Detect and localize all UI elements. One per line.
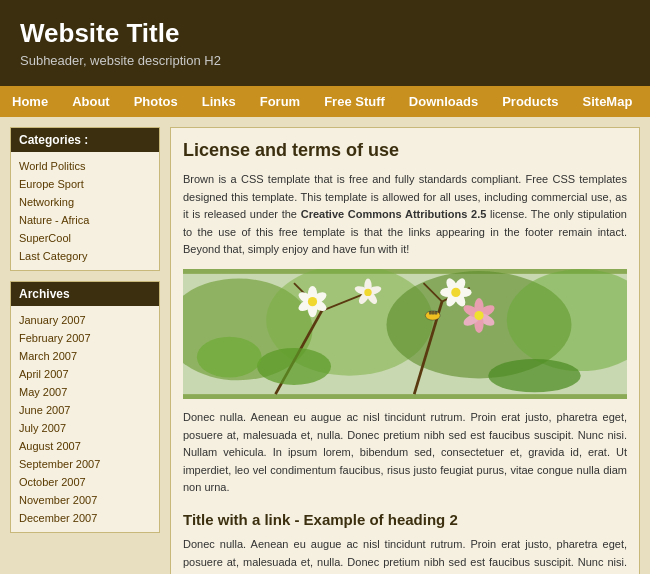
archive-link[interactable]: January 2007 [19, 314, 86, 326]
list-item: November 2007 [19, 491, 151, 509]
list-item: May 2007 [19, 383, 151, 401]
svg-point-47 [488, 359, 581, 392]
sidebar: Categories : World Politics Europe Sport… [10, 127, 160, 574]
nav-forum[interactable]: Forum [248, 86, 312, 117]
archive-link[interactable]: October 2007 [19, 476, 86, 488]
svg-point-17 [308, 297, 317, 306]
archive-link[interactable]: May 2007 [19, 386, 67, 398]
article1-body1: Brown is a CSS template that is free and… [183, 171, 627, 259]
list-item: Networking [19, 193, 151, 211]
list-item: Europe Sport [19, 175, 151, 193]
list-item: SuperCool [19, 229, 151, 247]
nav-products[interactable]: Products [490, 86, 570, 117]
svg-point-48 [197, 337, 262, 378]
archives-box: Archives January 2007 February 2007 Marc… [10, 281, 160, 533]
category-link[interactable]: Last Category [19, 250, 87, 262]
archive-link[interactable]: February 2007 [19, 332, 91, 344]
categories-list: World Politics Europe Sport Networking N… [11, 152, 159, 270]
content-wrapper: Categories : World Politics Europe Sport… [0, 117, 650, 574]
list-item: July 2007 [19, 419, 151, 437]
list-item: September 2007 [19, 455, 151, 473]
nav-downloads[interactable]: Downloads [397, 86, 490, 117]
archive-link[interactable]: July 2007 [19, 422, 66, 434]
nav-photos[interactable]: Photos [122, 86, 190, 117]
archive-link[interactable]: November 2007 [19, 494, 97, 506]
nav-links[interactable]: Links [190, 86, 248, 117]
category-link[interactable]: Europe Sport [19, 178, 84, 190]
site-subtitle: Subheader, website description H2 [20, 53, 630, 68]
list-item: October 2007 [19, 473, 151, 491]
header: Website Title Subheader, website descrip… [0, 0, 650, 86]
list-item: June 2007 [19, 401, 151, 419]
svg-rect-40 [432, 311, 435, 315]
list-item: March 2007 [19, 347, 151, 365]
svg-point-23 [364, 289, 371, 296]
list-item: February 2007 [19, 329, 151, 347]
categories-box: Categories : World Politics Europe Sport… [10, 127, 160, 271]
nav-home[interactable]: Home [0, 86, 60, 117]
nav-freestuff[interactable]: Free Stuff [312, 86, 397, 117]
list-item: Nature - Africa [19, 211, 151, 229]
category-link[interactable]: SuperCool [19, 232, 71, 244]
archive-link[interactable]: September 2007 [19, 458, 100, 470]
navigation: Home About Photos Links Forum Free Stuff… [0, 86, 650, 117]
site-title: Website Title [20, 18, 630, 49]
nav-sitemap[interactable]: SiteMap [571, 86, 645, 117]
category-link[interactable]: World Politics [19, 160, 85, 172]
svg-point-37 [474, 311, 483, 320]
nav-about[interactable]: About [60, 86, 122, 117]
archive-link[interactable]: December 2007 [19, 512, 97, 524]
list-item: August 2007 [19, 437, 151, 455]
list-item: January 2007 [19, 311, 151, 329]
category-link[interactable]: Nature - Africa [19, 214, 89, 226]
list-item: World Politics [19, 157, 151, 175]
list-item: December 2007 [19, 509, 151, 527]
archive-link[interactable]: August 2007 [19, 440, 81, 452]
archive-link[interactable]: April 2007 [19, 368, 69, 380]
article1-title: License and terms of use [183, 140, 627, 161]
svg-point-46 [257, 348, 331, 385]
nature-image [183, 269, 627, 399]
category-link[interactable]: Networking [19, 196, 74, 208]
archive-link[interactable]: June 2007 [19, 404, 70, 416]
list-item: April 2007 [19, 365, 151, 383]
article1-body2: Donec nulla. Aenean eu augue ac nisl tin… [183, 409, 627, 497]
article2-body1: Donec nulla. Aenean eu augue ac nisl tin… [183, 536, 627, 574]
archive-link[interactable]: March 2007 [19, 350, 77, 362]
article2-title: Title with a link - Example of heading 2 [183, 511, 627, 528]
svg-point-30 [451, 288, 460, 297]
main-content: License and terms of use Brown is a CSS … [170, 127, 640, 574]
post-image [183, 269, 627, 399]
list-item: Last Category [19, 247, 151, 265]
archives-title: Archives [11, 282, 159, 306]
categories-title: Categories : [11, 128, 159, 152]
bold-text: Creative Commons Attributions 2.5 [301, 208, 487, 220]
archives-list: January 2007 February 2007 March 2007 Ap… [11, 306, 159, 532]
